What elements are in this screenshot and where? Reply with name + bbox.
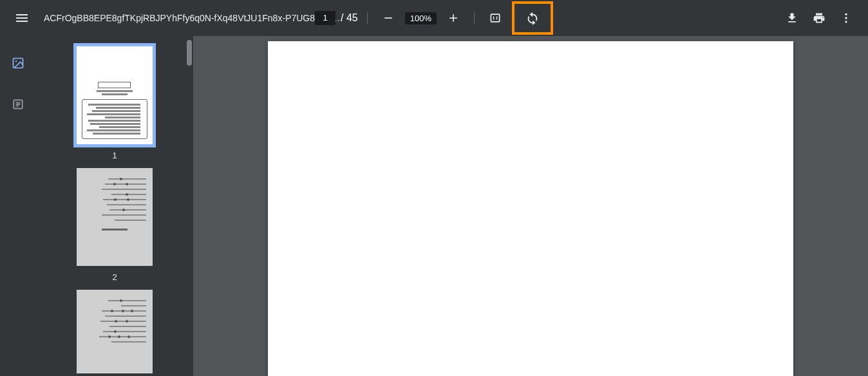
svg-rect-2 xyxy=(453,14,454,22)
toolbar-divider xyxy=(367,12,368,24)
zoom-out-button[interactable] xyxy=(377,6,400,30)
svg-rect-3 xyxy=(491,14,499,22)
page-number-input[interactable]: 1 xyxy=(315,11,335,25)
zoom-in-button[interactable] xyxy=(442,6,465,30)
main-document-view[interactable]: 3. After 4. In qu 5. If a candidate has … xyxy=(193,36,868,376)
thumbnail-label-1: 1 xyxy=(112,151,117,160)
document-page-1: 3. After 4. In qu 5. If a candidate has … xyxy=(268,41,793,376)
rotate-button-highlighted[interactable] xyxy=(512,1,553,35)
print-button[interactable] xyxy=(807,6,831,30)
pdf-toolbar: ACFrOgBB8EPE8gfTKpjRBJPYhFfy6q0N-fXq48Vt… xyxy=(0,0,868,36)
outline-view-button[interactable] xyxy=(6,93,30,116)
page-separator: / 45 xyxy=(341,12,358,24)
svg-point-8 xyxy=(15,61,17,62)
filename-label: ACFrOgBB8EPE8gfTKpjRBJPYhFfy6q0N-fXq48Vt… xyxy=(44,13,343,23)
thumbnail-sidebar[interactable]: 1 2 xyxy=(36,36,193,376)
thumbnail-page-3[interactable] xyxy=(77,290,153,373)
svg-point-5 xyxy=(845,17,847,19)
thumbnail-page-2[interactable] xyxy=(77,168,153,266)
view-mode-rail xyxy=(0,36,36,376)
svg-rect-0 xyxy=(384,17,392,19)
svg-point-6 xyxy=(845,21,847,23)
thumbnail-view-button[interactable] xyxy=(6,52,30,75)
zoom-level-display[interactable]: 100% xyxy=(405,12,437,24)
toolbar-divider xyxy=(474,12,475,24)
thumbnail-page-1[interactable] xyxy=(77,46,153,144)
thumbnail-label-2: 2 xyxy=(112,272,117,282)
download-button[interactable] xyxy=(780,6,804,30)
menu-button[interactable] xyxy=(10,6,33,30)
sidebar-scrollbar[interactable] xyxy=(187,40,192,66)
more-options-button[interactable] xyxy=(835,6,858,30)
svg-point-4 xyxy=(845,14,847,15)
fit-to-page-button[interactable] xyxy=(484,6,507,30)
